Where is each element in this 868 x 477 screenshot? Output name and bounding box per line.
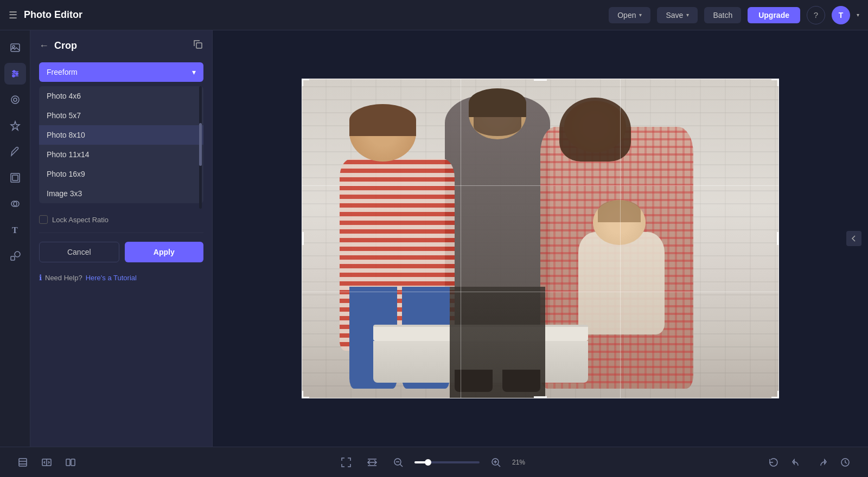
iconbar-retouch-button[interactable]	[4, 141, 26, 163]
dropdown-item-photo8x10[interactable]: Photo 8x10	[39, 125, 203, 145]
svg-line-29	[400, 464, 403, 467]
svg-rect-18	[19, 459, 27, 466]
back-button[interactable]: ←	[39, 40, 49, 51]
svg-point-7	[12, 75, 15, 77]
help-prefix: Need Help?	[45, 274, 82, 282]
bottom-left-tools	[13, 453, 80, 472]
collapse-panel-button[interactable]	[846, 231, 861, 246]
main-area: T ← Crop Freeform ▾ Photo 4x6	[0, 30, 868, 447]
layers-button[interactable]	[13, 453, 33, 472]
svg-line-32	[498, 464, 501, 467]
help-text-row: ℹ Need Help? Here's a Tutorial	[39, 273, 203, 282]
bottom-toolbar: 21%	[0, 447, 868, 477]
svg-rect-23	[66, 459, 70, 466]
iconbar-image-button[interactable]	[4, 37, 26, 59]
upgrade-button[interactable]: Upgrade	[748, 7, 800, 23]
dropdown-item-image3x3[interactable]: Image 3x3	[39, 184, 203, 203]
app-header: ☰ Photo Editor Open ▾ Save ▾ Batch Upgra…	[0, 0, 868, 30]
compare-button[interactable]	[61, 453, 80, 472]
photo-wrapper	[302, 79, 779, 398]
action-buttons: Cancel Apply	[39, 242, 203, 262]
dropdown-list-wrapper: Photo 4x6 Photo 5x7 Photo 8x10 Photo 11x…	[39, 86, 203, 209]
sidebar-header: ← Crop	[39, 39, 203, 53]
iconbar-graphics-button[interactable]	[4, 245, 26, 267]
svg-text:T: T	[12, 225, 18, 235]
duplicate-button[interactable]	[193, 39, 203, 53]
avatar-chevron-icon: ▾	[857, 12, 859, 18]
split-view-button[interactable]	[37, 453, 56, 472]
redo-button[interactable]	[812, 453, 831, 472]
dropdown-scrollbar-track	[199, 86, 202, 209]
dropdown-scrollbar-thumb[interactable]	[199, 123, 202, 166]
iconbar-effects-button[interactable]	[4, 115, 26, 137]
batch-button[interactable]: Batch	[704, 7, 741, 23]
iconbar-overlays-button[interactable]	[4, 193, 26, 215]
sidebar-title: Crop	[54, 40, 187, 51]
zoom-out-button[interactable]	[388, 453, 408, 472]
info-icon: ℹ	[39, 273, 42, 282]
apply-button[interactable]: Apply	[125, 242, 204, 262]
save-chevron-icon: ▾	[686, 12, 689, 18]
zoom-slider-thumb[interactable]	[425, 459, 431, 466]
crop-type-dropdown[interactable]: Freeform ▾	[39, 62, 203, 82]
fit-screen-button[interactable]	[336, 453, 356, 472]
iconbar-adjustments-button[interactable]	[4, 63, 26, 85]
cancel-button[interactable]: Cancel	[39, 242, 119, 262]
svg-rect-15	[11, 256, 15, 260]
zoom-in-button[interactable]	[486, 453, 506, 472]
tutorial-link[interactable]: Here's a Tutorial	[86, 274, 137, 282]
dropdown-value: Freeform	[47, 68, 78, 76]
dropdown-item-photo16x9[interactable]: Photo 16x9	[39, 164, 203, 184]
iconbar-frames-button[interactable]	[4, 167, 26, 189]
dropdown-selected[interactable]: Freeform ▾	[39, 62, 203, 82]
lock-aspect-ratio-row: Lock Aspect Ratio	[39, 211, 203, 233]
svg-point-5	[13, 70, 15, 73]
svg-point-16	[15, 252, 20, 257]
reset-button[interactable]	[764, 453, 783, 472]
svg-point-8	[11, 96, 19, 104]
iconbar-text-button[interactable]: T	[4, 219, 26, 241]
zoom-percentage: 21%	[512, 459, 532, 466]
undo-button[interactable]	[788, 453, 807, 472]
open-chevron-icon: ▾	[639, 12, 642, 18]
svg-rect-11	[12, 175, 18, 181]
lock-aspect-label: Lock Aspect Ratio	[52, 216, 108, 224]
svg-rect-24	[71, 459, 75, 466]
zoom-slider[interactable]	[414, 461, 480, 463]
bottom-right-tools	[764, 453, 855, 472]
lock-aspect-checkbox[interactable]	[39, 215, 48, 224]
menu-icon[interactable]: ☰	[9, 9, 17, 21]
bottom-center-tools: 21%	[336, 453, 532, 472]
svg-point-9	[14, 98, 17, 101]
svg-rect-0	[11, 44, 20, 51]
open-button[interactable]: Open ▾	[609, 7, 650, 23]
app-title: Photo Editor	[24, 9, 82, 21]
save-button[interactable]: Save ▾	[657, 7, 698, 23]
dropdown-chevron-icon: ▾	[192, 68, 196, 76]
dropdown-item-photo11x14[interactable]: Photo 11x14	[39, 145, 203, 164]
svg-point-6	[16, 73, 18, 75]
svg-rect-17	[196, 43, 202, 48]
iconbar-filters-button[interactable]	[4, 89, 26, 111]
photo-container[interactable]	[302, 79, 779, 398]
dropdown-item-photo4x6[interactable]: Photo 4x6	[39, 86, 203, 106]
avatar[interactable]: T	[832, 6, 850, 24]
dropdown-list: Photo 4x6 Photo 5x7 Photo 8x10 Photo 11x…	[39, 86, 203, 203]
family-photo	[302, 79, 779, 398]
canvas-area	[213, 30, 868, 447]
icon-bar: T	[0, 30, 30, 447]
history-button[interactable]	[835, 453, 855, 472]
dropdown-item-photo5x7[interactable]: Photo 5x7	[39, 106, 203, 125]
sidebar-panel: ← Crop Freeform ▾ Photo 4x6 Photo 5x7	[30, 30, 213, 447]
help-button[interactable]: ?	[807, 6, 825, 24]
fit-width-button[interactable]	[362, 453, 382, 472]
